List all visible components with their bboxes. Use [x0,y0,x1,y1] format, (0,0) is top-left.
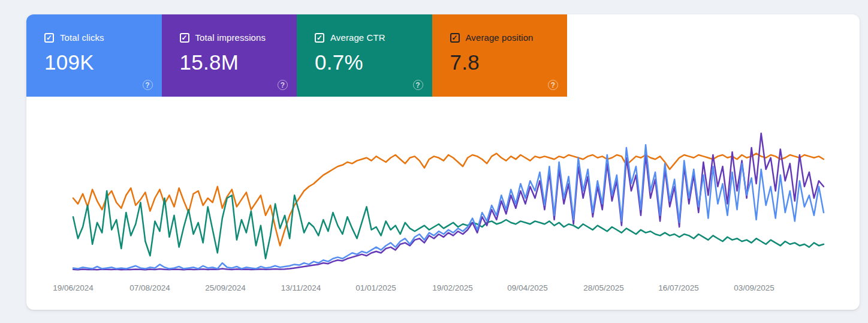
metric-card-label: Total impressions [195,32,266,43]
average-position-checkbox[interactable]: ✓ [450,33,460,43]
x-tick-label: 25/09/2024 [205,283,246,292]
help-icon[interactable]: ? [278,80,288,90]
metric-card-value: 7.8 [450,50,557,74]
total-impressions-checkbox[interactable]: ✓ [180,33,189,43]
metric-card-total-clicks[interactable]: ✓ Total clicks 109K ? [26,14,162,97]
metric-card-label: Average CTR [330,32,385,43]
performance-chart[interactable] [26,108,860,276]
x-tick-label: 07/08/2024 [129,283,170,292]
metric-card-value: 109K [44,50,151,74]
x-tick-label: 28/05/2025 [583,283,624,292]
metric-card-average-ctr[interactable]: ✓ Average CTR 0.7% ? [297,14,432,97]
metric-cards: ✓ Total clicks 109K ? ✓ Total impression… [26,14,567,97]
total-impressions-line [73,133,824,270]
metric-card-label: Total clicks [60,32,104,43]
x-tick-label: 19/02/2025 [432,283,473,292]
average-ctr-line [73,191,824,259]
performance-panel: ✓ Total clicks 109K ? ✓ Total impression… [26,14,860,310]
x-tick-label: 09/04/2025 [507,283,548,292]
help-icon[interactable]: ? [143,80,153,90]
metric-card-value: 0.7% [315,50,421,74]
x-tick-label: 13/11/2024 [281,283,321,292]
performance-chart-area[interactable] [26,108,860,276]
average-ctr-checkbox[interactable]: ✓ [315,33,324,43]
x-axis: 19/06/2024 07/08/2024 25/09/2024 13/11/2… [26,283,860,295]
x-tick-label: 16/07/2025 [658,283,699,292]
x-tick-label: 01/01/2025 [355,283,396,292]
x-tick-label: 03/09/2025 [734,283,774,292]
help-icon[interactable]: ? [548,80,558,90]
metric-card-average-position[interactable]: ✓ Average position 7.8 ? [432,14,568,97]
x-tick-label: 19/06/2024 [53,283,94,292]
help-icon[interactable]: ? [413,80,423,90]
metric-card-value: 15.8M [180,50,287,74]
total-clicks-checkbox[interactable]: ✓ [44,33,54,43]
metric-card-total-impressions[interactable]: ✓ Total impressions 15.8M ? [162,14,297,97]
metric-card-label: Average position [466,32,534,43]
